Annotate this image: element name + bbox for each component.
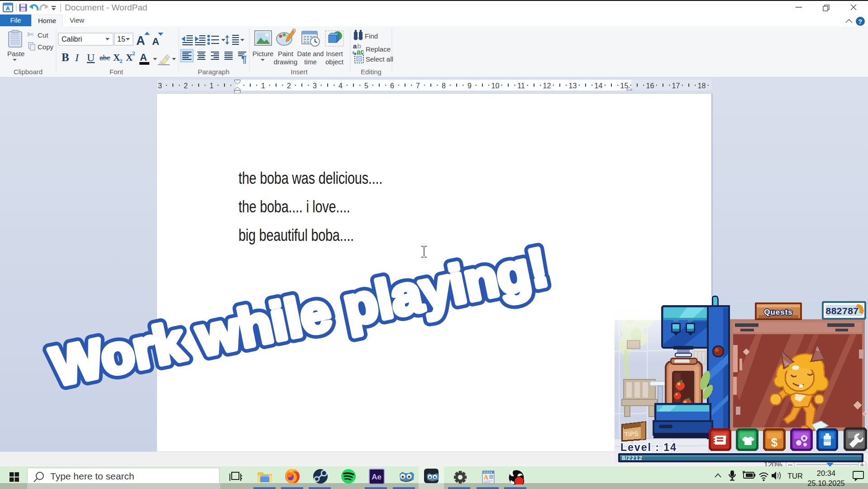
svg-text:1: 1 <box>261 82 265 90</box>
svg-text:Insert: Insert <box>326 50 343 58</box>
svg-text:Quests: Quests <box>764 308 793 316</box>
svg-text:Editing: Editing <box>361 68 382 76</box>
svg-text:Paint: Paint <box>278 50 294 58</box>
svg-text:9: 9 <box>467 82 472 90</box>
svg-text:17: 17 <box>672 82 680 90</box>
svg-text:882787: 882787 <box>825 306 858 316</box>
svg-text:5: 5 <box>364 82 368 90</box>
svg-text:2: 2 <box>119 58 123 64</box>
svg-text:Cut: Cut <box>38 31 48 39</box>
svg-text:11: 11 <box>517 82 525 90</box>
svg-text:1: 1 <box>210 82 214 90</box>
svg-text:✄: ✄ <box>27 30 33 39</box>
svg-text:8/2212: 8/2212 <box>622 455 643 461</box>
svg-text:Paste: Paste <box>7 50 24 58</box>
svg-text:Font: Font <box>110 68 124 76</box>
svg-text:A: A <box>136 34 145 48</box>
svg-text:2: 2 <box>184 82 188 90</box>
svg-text:2: 2 <box>132 50 135 57</box>
svg-text:12: 12 <box>543 82 551 90</box>
svg-text:time: time <box>304 58 316 66</box>
svg-text:X: X <box>126 52 133 63</box>
svg-text:Paragraph: Paragraph <box>198 68 229 76</box>
svg-text:Insert: Insert <box>291 68 308 76</box>
svg-text:B: B <box>62 51 69 63</box>
svg-text:object: object <box>325 58 344 66</box>
svg-text:15: 15 <box>620 82 629 90</box>
svg-text:$: $ <box>771 436 778 449</box>
svg-text:14: 14 <box>595 82 603 90</box>
svg-text:3: 3 <box>158 82 162 90</box>
svg-text:I: I <box>75 52 79 63</box>
svg-text:Find: Find <box>365 32 378 40</box>
svg-text:Replace: Replace <box>366 45 391 53</box>
svg-text:7: 7 <box>416 82 420 90</box>
svg-text:10: 10 <box>491 82 500 90</box>
svg-text:18: 18 <box>698 82 706 90</box>
svg-text:¶: ¶ <box>241 53 247 65</box>
svg-text:A: A <box>140 52 147 63</box>
svg-text:16: 16 <box>646 82 654 90</box>
svg-text:TUR: TUR <box>787 472 803 480</box>
svg-text:A: A <box>152 36 159 47</box>
svg-text:Select all: Select all <box>366 55 393 63</box>
svg-text:X: X <box>113 52 120 63</box>
svg-text:8: 8 <box>442 82 446 90</box>
svg-text:?: ? <box>858 18 862 25</box>
svg-text:Work while playing!: Work while playing! <box>46 236 553 397</box>
svg-text:6: 6 <box>390 82 394 90</box>
svg-text:abc: abc <box>100 53 110 62</box>
svg-text:Level : 14: Level : 14 <box>620 441 677 453</box>
svg-text:15: 15 <box>117 35 125 43</box>
svg-text:Copy: Copy <box>38 43 54 51</box>
svg-text:A: A <box>484 474 489 481</box>
svg-text:Calibri: Calibri <box>62 35 82 43</box>
svg-text:U: U <box>87 52 95 63</box>
svg-text:Date and: Date and <box>297 50 324 58</box>
svg-text:2: 2 <box>287 82 291 90</box>
svg-text:A: A <box>6 5 10 12</box>
svg-text:13: 13 <box>569 82 577 90</box>
svg-text:Ae: Ae <box>372 473 382 481</box>
svg-text:Clipboard: Clipboard <box>14 68 43 76</box>
svg-text:4: 4 <box>339 82 343 90</box>
svg-text:TiPS: TiPS <box>624 430 639 438</box>
svg-text:Picture: Picture <box>253 50 274 58</box>
svg-text:3: 3 <box>313 82 317 90</box>
svg-text:drawing: drawing <box>274 58 298 66</box>
